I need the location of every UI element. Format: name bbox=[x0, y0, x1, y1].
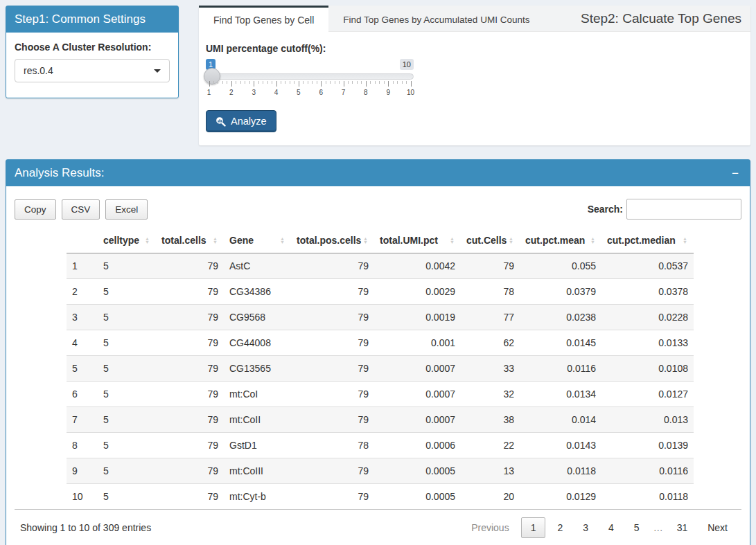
table-cell: 77 bbox=[461, 305, 520, 330]
analyze-button[interactable]: Analyze bbox=[206, 110, 276, 132]
slider-minor-tick bbox=[236, 81, 236, 84]
slider-grid: 12345678910 bbox=[206, 81, 414, 98]
slider-tick-label: 1 bbox=[207, 89, 211, 96]
table-row: 2579CG34386790.0029780.03790.0378 bbox=[67, 279, 694, 305]
slider-minor-tick bbox=[357, 81, 358, 84]
table-row: 10579mt:Cyt-b790.0005200.01290.0118 bbox=[67, 484, 694, 510]
table-cell: 79 bbox=[461, 253, 520, 279]
slider-tick bbox=[411, 81, 412, 87]
tab-find-top-genes-by-cell[interactable]: Find Top Genes by Cell bbox=[199, 6, 328, 32]
slider-minor-tick bbox=[290, 81, 290, 84]
table-cell: 79 bbox=[291, 330, 374, 356]
next-page-button[interactable]: Next bbox=[699, 517, 736, 538]
table-cell: 79 bbox=[156, 458, 224, 484]
page-button-4[interactable]: 4 bbox=[600, 517, 622, 538]
slider-tick bbox=[321, 81, 322, 87]
table-cell: 0.0537 bbox=[601, 253, 694, 279]
slider-tick bbox=[344, 81, 344, 87]
table-cell: 79 bbox=[291, 484, 374, 510]
analysis-results-body: Copy CSV Excel Search: celltype total.ce… bbox=[6, 186, 750, 545]
table-cell: 0.0238 bbox=[520, 305, 601, 330]
table-cell: 79 bbox=[156, 433, 224, 458]
csv-button[interactable]: CSV bbox=[62, 199, 100, 220]
results-table: celltype total.cells Gene total.pos.cell… bbox=[67, 228, 694, 509]
column-header-total-pos-cells[interactable]: total.pos.cells bbox=[291, 228, 374, 253]
table-cell: 0.0005 bbox=[374, 484, 461, 510]
slider-minor-tick bbox=[335, 81, 335, 84]
table-cell: 6 bbox=[67, 382, 98, 407]
table-cell: 5 bbox=[98, 484, 156, 510]
slider-tick-label: 10 bbox=[407, 89, 414, 96]
slider-minor-tick bbox=[393, 81, 394, 84]
sort-icon bbox=[363, 237, 368, 244]
table-cell: 79 bbox=[291, 458, 374, 484]
tab-strip: Find Top Genes by Cell Find Top Genes by… bbox=[199, 6, 750, 32]
column-header-cut-pct-median[interactable]: cut.pct.median bbox=[601, 228, 694, 253]
table-cell: 5 bbox=[98, 305, 156, 330]
slider-minor-tick bbox=[317, 81, 317, 84]
copy-button[interactable]: Copy bbox=[15, 199, 56, 220]
table-cell: 0.0133 bbox=[601, 330, 694, 356]
table-cell: 9 bbox=[67, 458, 98, 484]
page-button-2[interactable]: 2 bbox=[549, 517, 571, 538]
slider-track[interactable] bbox=[206, 73, 414, 80]
table-cell: 22 bbox=[461, 433, 520, 458]
sort-icon bbox=[213, 237, 218, 244]
page-button-5[interactable]: 5 bbox=[626, 517, 648, 538]
page-ellipsis: … bbox=[651, 518, 665, 537]
slider-minor-tick bbox=[339, 81, 340, 84]
column-header-gene[interactable]: Gene bbox=[224, 228, 291, 253]
tab-find-top-genes-by-umi-counts[interactable]: Find Top Genes by Accumulated UMI Counts bbox=[328, 6, 544, 31]
column-header-total-umi-pct[interactable]: total.UMI.pct bbox=[374, 228, 461, 253]
table-cell: 79 bbox=[156, 279, 224, 305]
table-cell: CG34386 bbox=[224, 279, 291, 305]
table-cell: 0.0042 bbox=[374, 253, 461, 279]
table-cell: mt:CoII bbox=[224, 407, 291, 433]
slider-minor-tick bbox=[258, 81, 259, 84]
cluster-resolution-select[interactable]: res.0.4 bbox=[15, 59, 170, 82]
table-cell: AstC bbox=[224, 253, 291, 279]
page-button-1[interactable]: 1 bbox=[521, 517, 546, 538]
page-button-31[interactable]: 31 bbox=[669, 517, 696, 538]
table-cell: 0.0007 bbox=[374, 407, 461, 433]
previous-page-button[interactable]: Previous bbox=[463, 517, 517, 538]
search-input[interactable] bbox=[626, 199, 741, 220]
table-cell: 79 bbox=[291, 382, 374, 407]
table-cell: 0.0127 bbox=[601, 382, 694, 407]
table-row: 1579AstC790.0042790.0550.0537 bbox=[67, 253, 694, 279]
column-header-celltype[interactable]: celltype bbox=[98, 228, 156, 253]
table-cell: 5 bbox=[98, 253, 156, 279]
table-cell: 79 bbox=[156, 407, 224, 433]
table-header-row: celltype total.cells Gene total.pos.cell… bbox=[67, 228, 694, 253]
column-header-cut-pct-mean[interactable]: cut.pct.mean bbox=[520, 228, 601, 253]
slider-minor-tick bbox=[406, 81, 407, 84]
table-cell: 0.0143 bbox=[520, 433, 601, 458]
step1-box-body: Choose A Cluster Resolution: res.0.4 bbox=[6, 33, 178, 98]
table-cell: 79 bbox=[156, 356, 224, 382]
datatable-footer: Showing 1 to 10 of 309 entries Previous … bbox=[15, 509, 741, 542]
collapse-minus-icon[interactable]: − bbox=[729, 168, 741, 179]
slider-minor-tick bbox=[222, 81, 223, 84]
column-header-cut-cells[interactable]: cut.Cells bbox=[461, 228, 520, 253]
slider-minor-tick bbox=[384, 81, 385, 84]
table-cell: 7 bbox=[67, 407, 98, 433]
table-row: 4579CG44008790.001620.01450.0133 bbox=[67, 330, 694, 356]
top-row: Step1: Common Settings Choose A Cluster … bbox=[0, 0, 756, 145]
table-cell: 5 bbox=[98, 433, 156, 458]
analysis-results-box: Analysis Results: − Copy CSV Excel Searc… bbox=[6, 159, 750, 545]
slider-minor-tick bbox=[267, 81, 268, 84]
slider-tick-label: 2 bbox=[229, 89, 234, 96]
table-cell: 13 bbox=[461, 458, 520, 484]
column-header-rownum bbox=[67, 228, 98, 253]
table-cell: 0.0116 bbox=[520, 356, 601, 382]
page-button-3[interactable]: 3 bbox=[574, 517, 597, 538]
excel-button[interactable]: Excel bbox=[105, 199, 148, 220]
column-header-total-cells[interactable]: total.cells bbox=[156, 228, 224, 253]
slider-minor-tick bbox=[308, 81, 308, 84]
tab-content: UMI percentage cutoff(%): 1 10 123456789… bbox=[199, 32, 750, 145]
table-cell: 79 bbox=[156, 305, 224, 330]
table-row: 7579mt:CoII790.0007380.0140.013 bbox=[67, 407, 694, 433]
table-cell: 4 bbox=[67, 330, 98, 356]
slider-minor-tick bbox=[312, 81, 313, 84]
step1-box-title: Step1: Common Settings bbox=[6, 6, 178, 33]
